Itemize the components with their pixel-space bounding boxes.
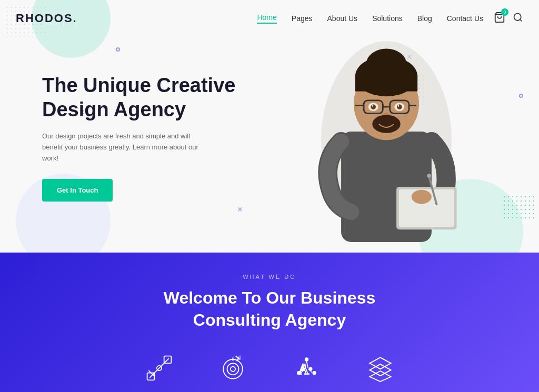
search-button[interactable] <box>513 12 523 25</box>
cart-button[interactable]: 0 <box>494 12 505 25</box>
svg-point-17 <box>372 105 373 107</box>
nav-icons: 0 <box>494 12 523 25</box>
svg-point-22 <box>372 115 400 133</box>
svg-point-33 <box>223 359 243 379</box>
dots-bottom-right <box>502 195 534 221</box>
svg-point-41 <box>297 371 301 375</box>
x-mark-2: ✕ <box>237 205 243 214</box>
target-icon <box>217 352 248 384</box>
service-item-layers <box>364 352 396 384</box>
nav-item-solutions[interactable]: Solutions <box>372 14 403 23</box>
hero-person-image <box>297 16 476 242</box>
o-mark-1 <box>116 47 120 52</box>
cart-badge: 0 <box>501 8 508 16</box>
svg-point-35 <box>230 366 235 371</box>
service-item-typography: A <box>291 352 322 384</box>
svg-point-27 <box>412 190 432 204</box>
hero-subtitle: Our design projects are fresh and simple… <box>42 131 211 164</box>
section-title: Welcome To Our BusinessConsulting Agency <box>164 287 375 331</box>
layers-icon <box>364 352 396 384</box>
nav-item-blog[interactable]: Blog <box>417 14 432 23</box>
o-mark-3 <box>519 94 523 98</box>
header: RHODOS. Home Pages About Us Solutions Bl… <box>0 0 539 37</box>
svg-point-16 <box>371 104 376 109</box>
svg-point-34 <box>227 363 238 375</box>
svg-point-43 <box>305 358 308 361</box>
svg-point-20 <box>397 105 399 107</box>
design-icon <box>143 352 175 384</box>
nav-item-about[interactable]: About Us <box>327 14 358 23</box>
service-item-design <box>143 352 175 384</box>
nav-item-pages[interactable]: Pages <box>292 14 313 23</box>
service-item-target <box>217 352 248 384</box>
svg-marker-50 <box>370 357 391 369</box>
services-grid: A <box>143 352 396 384</box>
svg-marker-51 <box>370 364 391 376</box>
typography-icon: A <box>291 352 322 384</box>
svg-marker-39 <box>238 356 241 359</box>
blue-section: WHAT WE DO Welcome To Our BusinessConsul… <box>0 253 539 392</box>
svg-point-1 <box>514 14 521 21</box>
svg-point-9 <box>366 49 406 79</box>
hero-section: ✕ ✕ ✕ <box>0 0 539 253</box>
hero-title: The Unique Creative Design Agency <box>42 74 253 122</box>
nav-item-contact[interactable]: Contact Us <box>447 14 483 23</box>
logo[interactable]: RHODOS. <box>16 12 77 25</box>
svg-line-2 <box>520 19 522 22</box>
hero-content: The Unique Creative Design Agency Our de… <box>42 74 253 202</box>
nav: Home Pages About Us Solutions Blog Conta… <box>257 13 483 24</box>
svg-point-19 <box>397 104 402 109</box>
svg-point-42 <box>313 371 316 375</box>
nav-item-home[interactable]: Home <box>257 13 276 24</box>
cta-button[interactable]: Get In Touch <box>42 179 113 202</box>
svg-point-26 <box>427 174 431 178</box>
section-label: WHAT WE DO <box>243 274 296 280</box>
